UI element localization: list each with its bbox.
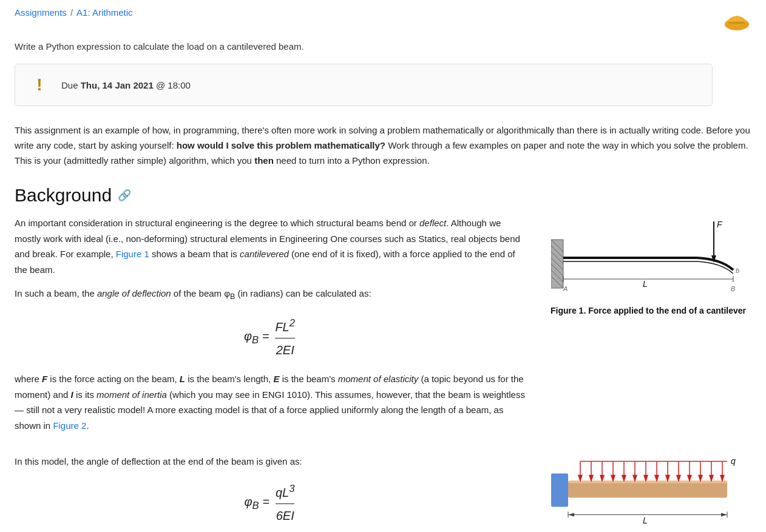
formula1-block: φB = FL2 2EI [15,315,526,361]
background-heading-text: Background [15,185,112,206]
formula1-numerator: FL2 [275,315,295,339]
svg-marker-45 [688,476,691,481]
svg-marker-39 [655,476,659,481]
svg-marker-29 [600,476,604,481]
background-section2: In this model, the angle of deflection a… [15,454,751,532]
background-anchor-icon[interactable]: 🔗 [118,189,131,202]
svg-rect-23 [568,481,727,483]
svg-text:L: L [643,279,648,289]
svg-rect-21 [551,474,568,507]
formula2-numerator: qL3 [276,480,295,505]
svg-marker-31 [611,476,615,481]
background-para2: In such a beam, the angle of deflection … [15,286,526,303]
svg-marker-27 [589,476,593,481]
page-description: Write a Python expression to calculate t… [15,41,751,52]
intro-bold-question: how would I solve this problem mathemati… [177,140,385,150]
hardhat-icon [722,7,751,36]
svg-rect-1 [726,24,748,27]
due-date: Thu, 14 Jan 2021 [81,80,154,90]
background-section1: An important consideration in structural… [15,215,751,442]
intro-bold-then: then [254,155,274,166]
svg-marker-43 [677,476,680,481]
svg-marker-58 [721,513,727,517]
svg-marker-57 [568,513,574,517]
formula2-denominator: 6EI [276,504,294,526]
background-para4: In this model, the angle of deflection a… [15,454,526,470]
background-heading: Background 🔗 [15,185,751,206]
due-notice-box: ! Due Thu, 14 Jan 2021 @ 18:00 [15,64,713,106]
background-content: An important consideration in structural… [15,215,751,532]
due-prefix: Due [61,80,78,90]
formula1-denominator: 2EI [276,338,294,360]
background-para3: where F is the force acting on the beam,… [15,371,526,433]
figure2-link[interactable]: Figure 2 [53,420,86,431]
svg-marker-41 [666,476,669,481]
svg-rect-2 [728,22,745,24]
intro-paragraph: This assignment is an example of how, in… [15,123,751,168]
svg-text:q: q [731,456,736,466]
intro-text-part3: need to turn into a Python expression. [274,155,430,166]
svg-rect-22 [568,481,727,498]
figure1-svg: F b L A B [551,215,745,294]
due-exclamation-icon: ! [30,75,49,95]
svg-marker-49 [710,476,713,481]
svg-marker-25 [578,476,582,481]
svg-marker-37 [644,476,648,481]
svg-text:b: b [736,267,739,274]
svg-text:L: L [643,516,648,525]
formula2-fraction: qL3 6EI [276,480,295,527]
formula2: φB = qL3 6EI [245,480,296,527]
svg-text:F: F [717,220,723,229]
due-text: Due Thu, 14 Jan 2021 @ 18:00 [61,80,191,90]
figure1-caption: Figure 1. Force applied to the end of a … [545,304,751,318]
formula1: φB = FL2 2EI [244,315,296,361]
breadcrumb-separator: / [70,7,73,18]
due-time: @ 18:00 [156,80,191,90]
svg-text:A: A [563,285,568,292]
formula1-fraction: FL2 2EI [275,315,295,361]
background-para1: An important consideration in structural… [15,215,526,277]
formula2-block: φB = qL3 6EI [15,480,526,527]
svg-text:B: B [731,285,735,292]
svg-marker-47 [699,476,702,481]
svg-marker-35 [633,476,637,481]
figure1-col: F b L A B Figure 1. Force applied to the… [545,215,751,318]
svg-marker-51 [720,476,724,481]
figure2-svg: q L [551,454,745,527]
breadcrumb-assignments-link[interactable]: Assignments [15,7,67,18]
background-text-col2: In this model, the angle of deflection a… [15,454,526,532]
figure1-link[interactable]: Figure 1 [116,249,149,259]
svg-marker-33 [622,476,626,481]
breadcrumb: Assignments / A1: Arithmetic [15,7,133,18]
breadcrumb-current: A1: Arithmetic [76,7,133,18]
background-text-col1: An important consideration in structural… [15,215,526,442]
figure2-col: q L Figure 2. Force applied along a cant… [545,454,751,532]
